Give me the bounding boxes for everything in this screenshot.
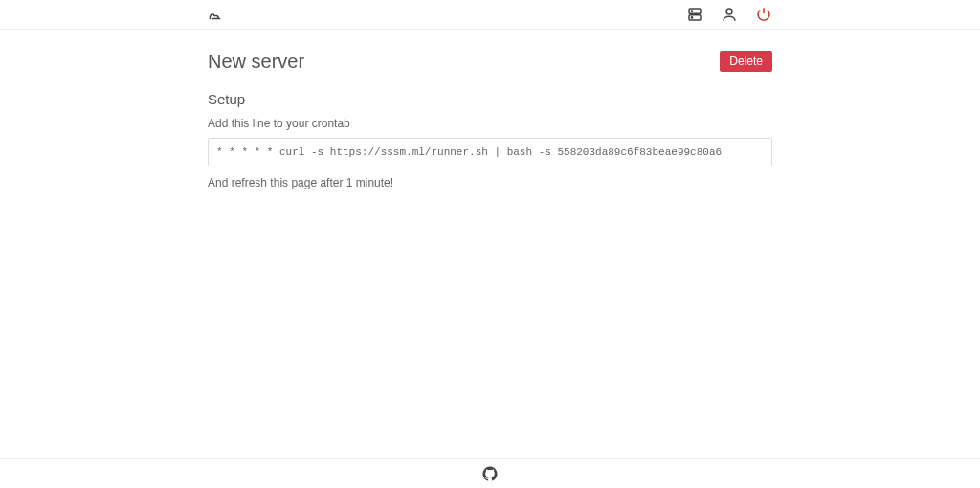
svg-point-3 [691, 17, 692, 18]
svg-point-2 [691, 11, 692, 11]
section-title: Setup [208, 89, 772, 111]
user-icon[interactable] [721, 6, 738, 23]
refresh-note: And refresh this page after 1 minute! [208, 174, 772, 191]
logo-icon[interactable] [208, 6, 225, 23]
delete-button[interactable]: Delete [720, 51, 772, 72]
power-icon[interactable] [755, 6, 772, 23]
svg-point-4 [726, 9, 732, 14]
instruction-text: Add this line to your crontab [208, 115, 772, 132]
command-box[interactable]: * * * * * curl -s https://sssm.ml/runner… [208, 138, 772, 167]
main-content: New server Delete Setup Add this line to… [208, 30, 772, 191]
page-title: New server [208, 47, 304, 76]
server-icon[interactable] [686, 6, 703, 23]
topbar [0, 0, 980, 30]
